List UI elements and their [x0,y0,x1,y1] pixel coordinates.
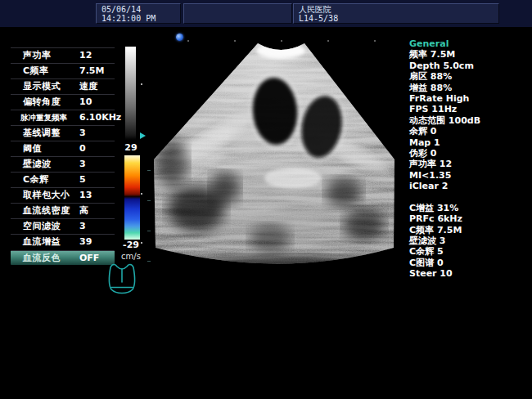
info-line-persistence: 余辉 0 [409,126,530,137]
param-row-packet-size[interactable]: 取样包大小 13 [11,187,115,203]
param-label: 偏转角度 [23,95,61,110]
thumbnail-strip: × × × × [0,325,532,399]
time-text: 14:21:00 PM [101,14,180,23]
info-line-gain: 增益 88% [409,83,530,93]
param-value: 速度 [79,79,97,94]
body-mark-icon [105,260,139,298]
info-line-mi: MI<1.35 [409,170,530,181]
info-line-prfc: PRFc 6kHz [409,213,530,224]
param-label: 脉冲重复频率 [20,110,67,125]
info-line-chroma: 伪彩 0 [409,148,530,159]
info-line-sector: 扇区 88% [409,71,530,82]
probe-info: L14-5/38 [299,14,498,23]
param-label: 阈值 [23,141,42,156]
param-value: 12 [79,48,92,63]
info-line-steer: Steer 10 [409,268,530,279]
top-status-bar: 05/06/14 14:21:00 PM 人民医院 L14-5/38 [0,0,532,27]
param-row-acoustic-power[interactable]: 声功率 12 [11,47,115,63]
param-row-baseline[interactable]: 基线调整 3 [11,125,115,141]
hospital-name: 人民医院 [299,5,331,14]
velocity-min-label: -29 [119,240,143,250]
info-line-wall-filter: 壁滤波 3 [409,235,530,246]
param-label: 空间滤波 [23,219,61,234]
param-label: 取样包大小 [23,188,70,203]
param-row-spatial-filter[interactable]: 空间滤波 3 [11,218,115,234]
ultrasound-image [147,33,401,278]
patient-info-box [183,3,292,24]
param-row-prf[interactable]: 脉冲重复频率 6.10KHz [11,110,115,125]
param-value: 6.10KHz [79,110,121,125]
param-value: 3 [79,126,86,141]
param-value: 39 [79,235,92,249]
param-row-c-frequency[interactable]: C频率 7.5M [11,63,115,78]
param-row-color-invert-selected[interactable]: 血流反色 OFF [11,250,115,265]
param-row-threshold[interactable]: 阈值 0 [11,141,115,156]
ultrasound-app-screen: { "top_bar": { "date": "05/06/14", "time… [0,0,532,399]
info-line-c-gain: C增益 31% [409,203,530,213]
info-line-frequency: 频率 7.5M [409,49,530,60]
image-info-panel: General 频率 7.5M Depth 5.0cm 扇区 88% 增益 88… [409,38,530,280]
transducer-cap-echo [256,43,305,59]
hospital-probe-box: 人民医院 L14-5/38 [293,3,499,24]
param-label: 血流线密度 [23,204,70,218]
param-label: C频率 [23,64,49,78]
param-row-steer-angle[interactable]: 偏转角度 10 [11,94,115,110]
param-label: 壁滤波 [23,157,52,172]
param-row-display-mode[interactable]: 显示模式 速度 [11,78,115,94]
param-value: 7.5M [79,64,104,78]
param-row-color-gain[interactable]: 血流增益 39 [11,234,115,249]
param-label: C余辉 [23,173,49,187]
gray-marker-dot [141,83,142,85]
param-row-c-persistence[interactable]: C余辉 5 [11,172,115,187]
doppler-color-bar [124,155,140,240]
param-label: 基线调整 [23,126,61,141]
param-value: 5 [79,173,86,187]
info-line-map: Map 1 [409,137,530,148]
info-line-c-map: C图谱 0 [409,258,530,268]
param-label: 血流增益 [23,235,61,249]
param-row-line-density[interactable]: 血流线密度 高 [11,203,115,218]
param-label: 声功率 [23,48,52,63]
preset-header: General [409,38,530,49]
info-line-depth: Depth 5.0cm [409,61,530,71]
focus-arrow-icon [140,132,146,139]
date-text: 05/06/14 [101,5,141,14]
color-marker-dot [141,193,142,195]
info-line-c-persistence: C余辉 5 [409,246,530,257]
datetime-box: 05/06/14 14:21:00 PM [96,3,181,24]
param-value: OFF [79,251,99,266]
info-line-c-frequency: C频率 7.5M [409,225,530,235]
param-value: 13 [79,188,92,203]
info-line-power: 声功率 12 [409,159,530,169]
param-row-wall-filter[interactable]: 壁滤波 3 [11,156,115,172]
param-value: 高 [79,204,88,218]
param-value: 0 [79,141,86,156]
param-label: 血流反色 [23,251,61,266]
grayscale-bar [125,47,136,140]
info-line-iclear: iClear 2 [409,181,530,191]
param-value: 3 [79,219,86,234]
param-value: 10 [79,95,92,110]
param-value: 3 [79,157,86,172]
velocity-max-label: 29 [119,142,143,153]
param-label: 显示模式 [23,79,61,94]
parameter-panel: 声功率 12 C频率 7.5M 显示模式 速度 偏转角度 10 脉冲重复频率 6… [11,47,115,265]
info-line-frrate: FrRate High [409,93,530,104]
info-line-fps: FPS 11Hz [409,104,530,114]
info-line-dynamic-range: 动态范围 100dB [409,115,530,126]
